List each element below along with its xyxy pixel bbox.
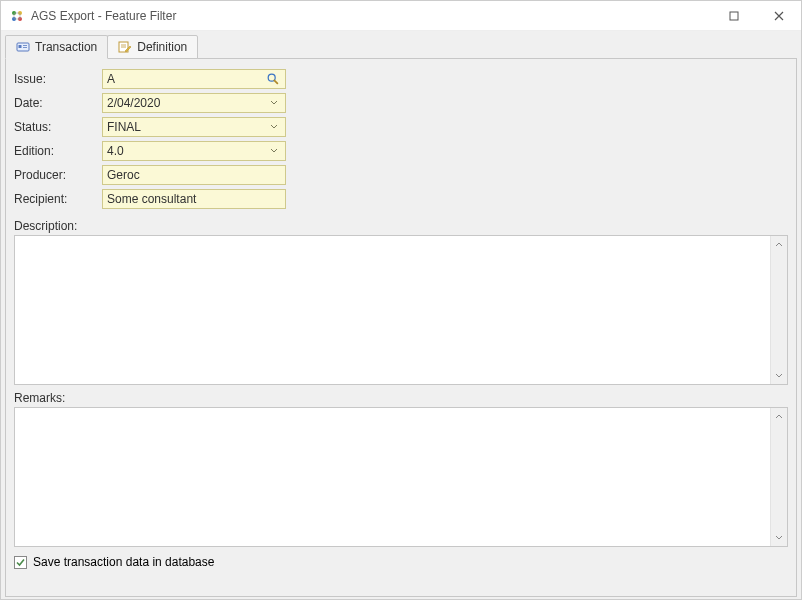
dropdown-button[interactable]	[267, 119, 281, 135]
tab-definition[interactable]: Definition	[107, 35, 198, 59]
field-issue[interactable]: A	[102, 69, 286, 89]
field-date[interactable]: 2/04/2020	[102, 93, 286, 113]
close-icon	[774, 11, 784, 21]
tab-label: Definition	[137, 40, 187, 54]
search-icon	[266, 72, 280, 86]
app-icon	[9, 8, 25, 24]
field-value: Some consultant	[107, 192, 281, 206]
row-date: Date: 2/04/2020	[14, 93, 788, 113]
save-checkbox-label[interactable]: Save transaction data in database	[33, 555, 214, 569]
dropdown-button[interactable]	[267, 95, 281, 111]
field-edition[interactable]: 4.0	[102, 141, 286, 161]
tab-label: Transaction	[35, 40, 97, 54]
field-producer[interactable]: Geroc	[102, 165, 286, 185]
label-issue: Issue:	[14, 72, 102, 86]
client-area: Transaction Definition Issue: A Date: 2/…	[1, 31, 801, 600]
svg-rect-4	[730, 12, 738, 20]
tab-strip: Transaction Definition	[5, 35, 797, 59]
description-area	[14, 235, 788, 385]
save-checkbox[interactable]	[14, 556, 27, 569]
lookup-button[interactable]	[265, 71, 281, 87]
field-recipient[interactable]: Some consultant	[102, 189, 286, 209]
check-icon	[15, 557, 26, 568]
close-button[interactable]	[756, 1, 801, 30]
window-controls	[711, 1, 801, 30]
remarks-area	[14, 407, 788, 547]
label-description: Description:	[14, 219, 788, 233]
field-value: 2/04/2020	[107, 96, 267, 110]
titlebar: AGS Export - Feature Filter	[1, 1, 801, 31]
chevron-up-icon	[775, 241, 783, 249]
chevron-down-icon	[270, 99, 278, 107]
label-producer: Producer:	[14, 168, 102, 182]
chevron-up-icon	[775, 413, 783, 421]
row-producer: Producer: Geroc	[14, 165, 788, 185]
scroll-up-button[interactable]	[771, 408, 787, 425]
chevron-down-icon	[270, 147, 278, 155]
label-date: Date:	[14, 96, 102, 110]
label-recipient: Recipient:	[14, 192, 102, 206]
row-status: Status: FINAL	[14, 117, 788, 137]
description-input[interactable]	[15, 236, 770, 384]
scrollbar[interactable]	[770, 408, 787, 546]
field-value: A	[107, 72, 265, 86]
scroll-down-button[interactable]	[771, 367, 787, 384]
row-issue: Issue: A	[14, 69, 788, 89]
svg-rect-6	[19, 45, 22, 48]
row-edition: Edition: 4.0	[14, 141, 788, 161]
field-value: Geroc	[107, 168, 281, 182]
maximize-button[interactable]	[711, 1, 756, 30]
field-value: 4.0	[107, 144, 267, 158]
row-recipient: Recipient: Some consultant	[14, 189, 788, 209]
card-icon	[16, 40, 30, 54]
field-status[interactable]: FINAL	[102, 117, 286, 137]
scrollbar[interactable]	[770, 236, 787, 384]
chevron-down-icon	[270, 123, 278, 131]
label-status: Status:	[14, 120, 102, 134]
scroll-down-button[interactable]	[771, 529, 787, 546]
maximize-icon	[729, 11, 739, 21]
tab-body-transaction: Issue: A Date: 2/04/2020 Status: FINAL	[5, 58, 797, 597]
field-value: FINAL	[107, 120, 267, 134]
label-edition: Edition:	[14, 144, 102, 158]
remarks-input[interactable]	[15, 408, 770, 546]
chevron-down-icon	[775, 534, 783, 542]
edit-icon	[118, 40, 132, 54]
dropdown-button[interactable]	[267, 143, 281, 159]
tab-transaction[interactable]: Transaction	[5, 35, 108, 59]
label-remarks: Remarks:	[14, 391, 788, 405]
chevron-down-icon	[775, 372, 783, 380]
svg-line-13	[274, 80, 277, 83]
window-title: AGS Export - Feature Filter	[31, 9, 711, 23]
scroll-up-button[interactable]	[771, 236, 787, 253]
footer-row: Save transaction data in database	[14, 555, 788, 569]
